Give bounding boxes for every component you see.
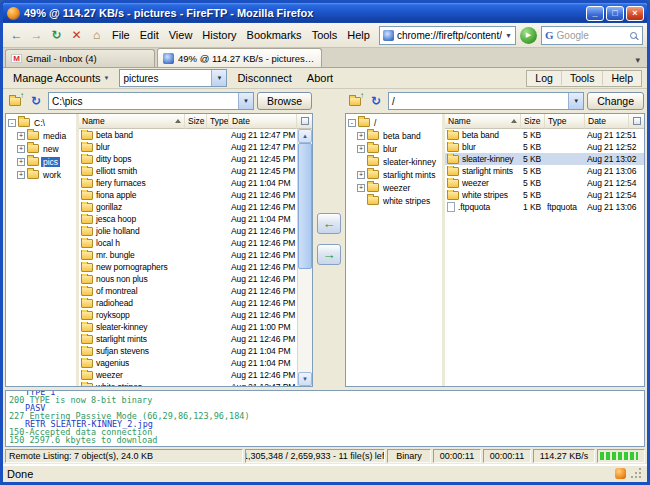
local-path-dropdown-icon[interactable]: ▼ — [238, 93, 253, 109]
local-tree-item[interactable]: +media — [6, 129, 76, 142]
log-button[interactable]: Log — [527, 71, 561, 85]
abort-button[interactable]: Abort — [302, 71, 338, 85]
tools-button[interactable]: Tools — [561, 71, 603, 85]
local-file-row[interactable]: elliott smithAug 21 12:45 PM — [79, 165, 297, 177]
local-path-combo[interactable]: C:\pics ▼ — [48, 92, 254, 110]
notification-icon[interactable] — [615, 468, 626, 479]
google-logo-icon[interactable]: G — [545, 29, 554, 41]
close-button[interactable]: × — [626, 6, 644, 21]
minimize-button[interactable]: _ — [586, 6, 604, 21]
remote-path-combo[interactable]: / ▼ — [388, 92, 584, 110]
search-box[interactable]: G Google — [541, 26, 643, 45]
scroll-down-icon[interactable]: ▼ — [298, 372, 312, 386]
local-tree-item[interactable]: +new — [6, 142, 76, 155]
menu-history[interactable]: History — [197, 27, 241, 43]
download-button[interactable]: ← — [317, 213, 341, 234]
remote-file-row[interactable]: beta band5 KBAug 21 12:51 — [445, 129, 644, 141]
local-file-row[interactable]: gorillazAug 21 12:46 PM — [79, 201, 297, 213]
expand-icon[interactable]: + — [357, 184, 365, 192]
expand-icon[interactable]: + — [17, 171, 25, 179]
remote-tree-item[interactable]: -/ — [346, 116, 442, 129]
local-file-row[interactable]: beta bandAug 21 12:47 PM — [79, 129, 297, 141]
local-file-row[interactable]: sufjan stevensAug 21 1:04 PM — [79, 345, 297, 357]
url-input[interactable]: chrome://fireftp/content/fireftp.xul — [397, 30, 502, 41]
scrollbar-thumb[interactable] — [298, 143, 312, 269]
local-file-row[interactable]: sleater-kinneyAug 21 1:00 PM — [79, 321, 297, 333]
local-list-scrollbar[interactable]: ▲ ▼ — [297, 129, 312, 386]
local-path-input[interactable]: C:\pics — [49, 96, 238, 107]
expand-icon[interactable]: + — [357, 171, 365, 179]
local-file-row[interactable]: white stripesAug 21 12:47 PM — [79, 381, 297, 386]
tab-fireftp[interactable]: 49% @ 114.27 KB/s - pictures - Fire... — [157, 48, 322, 67]
local-file-row[interactable]: radioheadAug 21 12:46 PM — [79, 297, 297, 309]
remote-file-row[interactable]: starlight mints5 KBAug 21 13:06 — [445, 165, 644, 177]
go-button[interactable]: ▶ — [520, 27, 537, 44]
parent-directory-icon[interactable]: ↑ — [6, 93, 24, 110]
search-magnifier-icon[interactable] — [630, 32, 637, 39]
tab-list-dropdown-icon[interactable]: ▾ — [630, 53, 645, 67]
local-tree-item[interactable]: +work — [6, 168, 76, 181]
menu-file[interactable]: File — [107, 27, 135, 43]
title-bar[interactable]: 49% @ 114.27 KB/s - pictures - FireFTP -… — [3, 3, 647, 23]
menu-edit[interactable]: Edit — [135, 27, 164, 43]
browse-button[interactable]: Browse — [257, 92, 312, 110]
url-dropdown-icon[interactable]: ▼ — [505, 32, 512, 39]
refresh-icon[interactable]: ↻ — [367, 93, 385, 110]
remote-file-row[interactable]: .ftpquota1 KBftpquotaAug 21 13:06 — [445, 201, 644, 213]
tab-gmail[interactable]: MGmail - Inbox (4) — [5, 49, 155, 67]
expand-icon[interactable]: + — [17, 132, 25, 140]
local-file-row[interactable]: fiery furnacesAug 21 1:04 PM — [79, 177, 297, 189]
remote-path-dropdown-icon[interactable]: ▼ — [568, 93, 583, 109]
local-file-row[interactable]: local hAug 21 12:46 PM — [79, 237, 297, 249]
column-header-type[interactable]: Type — [207, 114, 229, 129]
remote-file-row[interactable]: weezer5 KBAug 21 12:54 — [445, 177, 644, 189]
local-file-row[interactable]: royksoppAug 21 12:46 PM — [79, 309, 297, 321]
remote-file-row[interactable]: white stripes5 KBAug 21 12:54 — [445, 189, 644, 201]
menu-tools[interactable]: Tools — [307, 27, 343, 43]
local-file-row[interactable]: nous non plusAug 21 12:46 PM — [79, 273, 297, 285]
local-file-row[interactable]: mr. bungleAug 21 12:46 PM — [79, 249, 297, 261]
change-button[interactable]: Change — [587, 92, 644, 110]
expand-icon[interactable]: + — [357, 132, 365, 140]
refresh-icon[interactable]: ↻ — [27, 93, 45, 110]
back-button[interactable]: ← — [7, 26, 26, 45]
remote-file-row[interactable]: sleater-kinney5 KBAug 21 13:02 — [445, 153, 644, 165]
column-header-name[interactable]: Name — [445, 114, 521, 129]
manage-accounts-button[interactable]: Manage Accounts ▼ — [8, 71, 114, 85]
local-file-row[interactable]: jolie hollandAug 21 12:46 PM — [79, 225, 297, 237]
url-bar[interactable]: chrome://fireftp/content/fireftp.xul ▼ — [379, 26, 516, 45]
parent-directory-icon[interactable]: ↑ — [346, 93, 364, 110]
maximize-button[interactable]: □ — [606, 6, 624, 21]
remote-tree-item[interactable]: white stripes — [346, 194, 442, 207]
local-file-row[interactable]: of montrealAug 21 12:46 PM — [79, 285, 297, 297]
search-input[interactable]: Google — [557, 30, 627, 41]
expand-icon[interactable]: + — [357, 145, 365, 153]
menu-bookmarks[interactable]: Bookmarks — [242, 27, 307, 43]
log-pane[interactable]: TYPE I200 TYPE is now 8-bit binaryPASV22… — [5, 390, 645, 447]
remote-file-row[interactable]: blur5 KBAug 21 12:52 — [445, 141, 644, 153]
local-file-row[interactable]: starlight mintsAug 21 12:46 PM — [79, 333, 297, 345]
remote-tree-item[interactable]: +beta band — [346, 129, 442, 142]
expand-icon[interactable]: + — [17, 145, 25, 153]
column-picker-icon[interactable] — [629, 114, 644, 129]
column-header-size[interactable]: Size — [521, 114, 545, 129]
local-tree-item[interactable]: -C:\ — [6, 116, 76, 129]
disconnect-button[interactable]: Disconnect — [232, 71, 296, 85]
local-file-row[interactable]: vageniusAug 21 1:04 PM — [79, 357, 297, 369]
local-file-row[interactable]: jesca hoopAug 21 1:04 PM — [79, 213, 297, 225]
resize-grip[interactable] — [630, 467, 643, 480]
remote-path-input[interactable]: / — [389, 96, 568, 107]
column-header-date[interactable]: Date — [229, 114, 297, 129]
menu-help[interactable]: Help — [342, 27, 375, 43]
menu-view[interactable]: View — [164, 27, 198, 43]
remote-tree-item[interactable]: +starlight mints — [346, 168, 442, 181]
collapse-icon[interactable]: - — [348, 119, 356, 127]
account-select[interactable]: pictures ▼ — [119, 69, 227, 87]
account-dropdown-icon[interactable]: ▼ — [211, 70, 226, 86]
scrollbar-track[interactable] — [298, 143, 312, 372]
column-header-size[interactable]: Size — [185, 114, 207, 129]
collapse-icon[interactable]: - — [8, 119, 16, 127]
forward-button[interactable]: → — [27, 26, 46, 45]
reload-button[interactable]: ↻ — [47, 26, 66, 45]
column-header-name[interactable]: Name — [79, 114, 185, 129]
